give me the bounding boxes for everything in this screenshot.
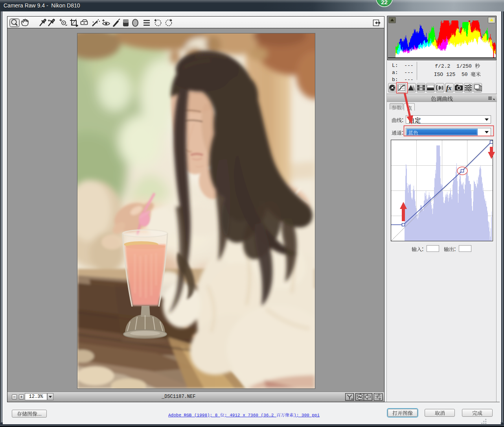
svg-text:fx: fx	[446, 85, 451, 92]
